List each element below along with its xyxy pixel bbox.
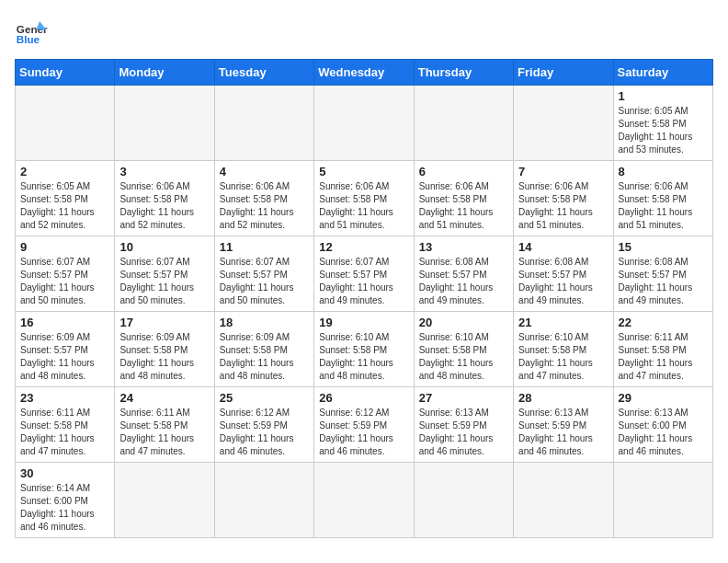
day-cell: 18Sunrise: 6:09 AM Sunset: 5:58 PM Dayli… — [214, 312, 313, 387]
day-number: 16 — [20, 316, 109, 329]
day-number: 30 — [20, 466, 109, 480]
day-cell — [314, 463, 414, 538]
day-cell — [314, 86, 414, 161]
day-info: Sunrise: 6:13 AM Sunset: 5:59 PM Dayligh… — [419, 407, 508, 458]
day-info: Sunrise: 6:12 AM Sunset: 5:59 PM Dayligh… — [319, 407, 408, 458]
day-number: 1 — [619, 89, 708, 103]
day-info: Sunrise: 6:11 AM Sunset: 5:58 PM Dayligh… — [20, 407, 109, 458]
header-friday: Friday — [514, 60, 613, 86]
day-cell — [214, 86, 313, 161]
day-info: Sunrise: 6:07 AM Sunset: 5:57 PM Dayligh… — [119, 256, 209, 307]
page-header: General Blue — [15, 15, 713, 48]
day-cell: 8Sunrise: 6:06 AM Sunset: 5:58 PM Daylig… — [613, 161, 712, 236]
day-info: Sunrise: 6:13 AM Sunset: 5:59 PM Dayligh… — [518, 407, 608, 458]
day-cell: 6Sunrise: 6:06 AM Sunset: 5:58 PM Daylig… — [414, 161, 513, 236]
day-cell: 24Sunrise: 6:11 AM Sunset: 5:58 PM Dayli… — [115, 387, 214, 463]
day-info: Sunrise: 6:06 AM Sunset: 5:58 PM Dayligh… — [220, 180, 309, 232]
day-number: 17 — [119, 316, 209, 329]
day-number: 11 — [220, 240, 309, 254]
day-cell: 3Sunrise: 6:06 AM Sunset: 5:58 PM Daylig… — [115, 161, 214, 236]
day-number: 9 — [20, 240, 109, 254]
day-info: Sunrise: 6:09 AM Sunset: 5:57 PM Dayligh… — [20, 331, 109, 383]
day-info: Sunrise: 6:06 AM Sunset: 5:58 PM Dayligh… — [619, 180, 708, 232]
week-row-2: 2Sunrise: 6:05 AM Sunset: 5:58 PM Daylig… — [16, 161, 713, 236]
day-number: 5 — [319, 165, 408, 178]
day-info: Sunrise: 6:09 AM Sunset: 5:58 PM Dayligh… — [220, 331, 309, 383]
day-cell — [613, 463, 712, 538]
day-info: Sunrise: 6:10 AM Sunset: 5:58 PM Dayligh… — [419, 331, 508, 383]
week-row-5: 23Sunrise: 6:11 AM Sunset: 5:58 PM Dayli… — [16, 387, 713, 463]
logo: General Blue — [15, 15, 48, 48]
day-number: 12 — [319, 240, 408, 254]
day-number: 23 — [20, 391, 109, 405]
day-cell: 20Sunrise: 6:10 AM Sunset: 5:58 PM Dayli… — [414, 312, 513, 387]
day-cell: 23Sunrise: 6:11 AM Sunset: 5:58 PM Dayli… — [16, 387, 115, 463]
day-cell: 4Sunrise: 6:06 AM Sunset: 5:58 PM Daylig… — [214, 161, 313, 236]
day-cell — [514, 86, 613, 161]
day-number: 10 — [119, 240, 209, 254]
day-number: 26 — [319, 391, 408, 405]
day-cell: 28Sunrise: 6:13 AM Sunset: 5:59 PM Dayli… — [514, 387, 613, 463]
day-number: 8 — [619, 165, 708, 178]
day-info: Sunrise: 6:05 AM Sunset: 5:58 PM Dayligh… — [20, 180, 109, 232]
day-cell — [214, 463, 313, 538]
day-info: Sunrise: 6:06 AM Sunset: 5:58 PM Dayligh… — [419, 180, 508, 232]
day-number: 27 — [419, 391, 508, 405]
day-cell: 25Sunrise: 6:12 AM Sunset: 5:59 PM Dayli… — [214, 387, 313, 463]
day-info: Sunrise: 6:11 AM Sunset: 5:58 PM Dayligh… — [119, 407, 209, 458]
day-info: Sunrise: 6:08 AM Sunset: 5:57 PM Dayligh… — [518, 256, 608, 307]
week-row-1: 1Sunrise: 6:05 AM Sunset: 5:58 PM Daylig… — [16, 86, 713, 161]
day-cell: 22Sunrise: 6:11 AM Sunset: 5:58 PM Dayli… — [613, 312, 712, 387]
day-number: 21 — [518, 316, 608, 329]
day-info: Sunrise: 6:07 AM Sunset: 5:57 PM Dayligh… — [20, 256, 109, 307]
day-info: Sunrise: 6:09 AM Sunset: 5:58 PM Dayligh… — [119, 331, 209, 383]
day-cell: 2Sunrise: 6:05 AM Sunset: 5:58 PM Daylig… — [16, 161, 115, 236]
day-number: 25 — [220, 391, 309, 405]
day-number: 15 — [619, 240, 708, 254]
day-number: 13 — [419, 240, 508, 254]
header-thursday: Thursday — [414, 60, 513, 86]
day-info: Sunrise: 6:06 AM Sunset: 5:58 PM Dayligh… — [518, 180, 608, 232]
day-info: Sunrise: 6:08 AM Sunset: 5:57 PM Dayligh… — [619, 256, 708, 307]
day-info: Sunrise: 6:07 AM Sunset: 5:57 PM Dayligh… — [220, 256, 309, 307]
day-cell — [16, 86, 115, 161]
day-number: 2 — [20, 165, 109, 178]
day-cell: 5Sunrise: 6:06 AM Sunset: 5:58 PM Daylig… — [314, 161, 414, 236]
day-cell: 17Sunrise: 6:09 AM Sunset: 5:58 PM Dayli… — [115, 312, 214, 387]
day-cell — [514, 463, 613, 538]
day-cell: 9Sunrise: 6:07 AM Sunset: 5:57 PM Daylig… — [16, 236, 115, 312]
week-row-6: 30Sunrise: 6:14 AM Sunset: 6:00 PM Dayli… — [16, 463, 713, 538]
day-cell: 11Sunrise: 6:07 AM Sunset: 5:57 PM Dayli… — [214, 236, 313, 312]
day-info: Sunrise: 6:08 AM Sunset: 5:57 PM Dayligh… — [419, 256, 508, 307]
day-info: Sunrise: 6:12 AM Sunset: 5:59 PM Dayligh… — [220, 407, 309, 458]
day-info: Sunrise: 6:06 AM Sunset: 5:58 PM Dayligh… — [119, 180, 209, 232]
day-number: 28 — [518, 391, 608, 405]
day-info: Sunrise: 6:14 AM Sunset: 6:00 PM Dayligh… — [20, 482, 109, 534]
header-monday: Monday — [115, 60, 214, 86]
day-cell — [115, 86, 214, 161]
day-cell: 15Sunrise: 6:08 AM Sunset: 5:57 PM Dayli… — [613, 236, 712, 312]
calendar-header-row: SundayMondayTuesdayWednesdayThursdayFrid… — [16, 60, 713, 86]
header-wednesday: Wednesday — [314, 60, 414, 86]
day-number: 18 — [220, 316, 309, 329]
day-cell — [414, 463, 513, 538]
header-saturday: Saturday — [613, 60, 712, 86]
day-number: 19 — [319, 316, 408, 329]
day-cell: 30Sunrise: 6:14 AM Sunset: 6:00 PM Dayli… — [16, 463, 115, 538]
day-info: Sunrise: 6:06 AM Sunset: 5:58 PM Dayligh… — [319, 180, 408, 232]
calendar-table: SundayMondayTuesdayWednesdayThursdayFrid… — [15, 59, 713, 538]
day-info: Sunrise: 6:10 AM Sunset: 5:58 PM Dayligh… — [319, 331, 408, 383]
logo-icon: General Blue — [15, 15, 48, 48]
week-row-3: 9Sunrise: 6:07 AM Sunset: 5:57 PM Daylig… — [16, 236, 713, 312]
day-cell: 21Sunrise: 6:10 AM Sunset: 5:58 PM Dayli… — [514, 312, 613, 387]
day-info: Sunrise: 6:10 AM Sunset: 5:58 PM Dayligh… — [518, 331, 608, 383]
day-number: 20 — [419, 316, 508, 329]
week-row-4: 16Sunrise: 6:09 AM Sunset: 5:57 PM Dayli… — [16, 312, 713, 387]
day-info: Sunrise: 6:13 AM Sunset: 6:00 PM Dayligh… — [619, 407, 708, 458]
day-info: Sunrise: 6:11 AM Sunset: 5:58 PM Dayligh… — [619, 331, 708, 383]
day-cell: 19Sunrise: 6:10 AM Sunset: 5:58 PM Dayli… — [314, 312, 414, 387]
day-info: Sunrise: 6:07 AM Sunset: 5:57 PM Dayligh… — [319, 256, 408, 307]
header-tuesday: Tuesday — [214, 60, 313, 86]
day-cell: 26Sunrise: 6:12 AM Sunset: 5:59 PM Dayli… — [314, 387, 414, 463]
day-cell: 14Sunrise: 6:08 AM Sunset: 5:57 PM Dayli… — [514, 236, 613, 312]
